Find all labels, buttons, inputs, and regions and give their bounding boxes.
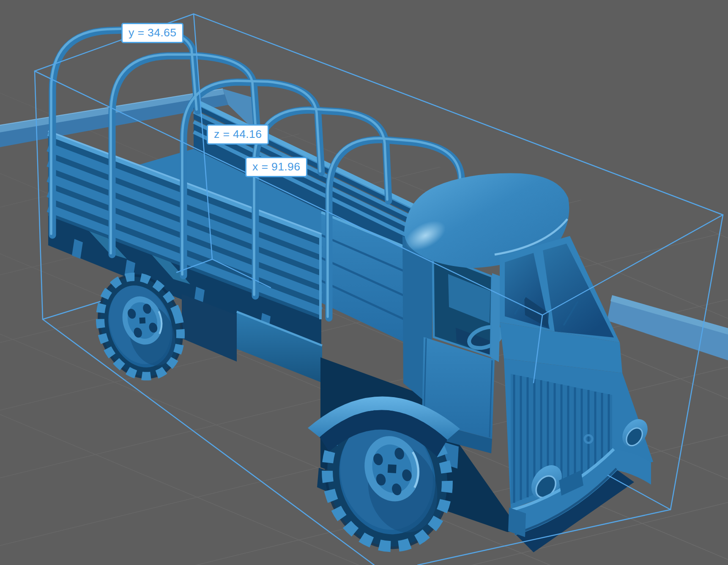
dimension-label-z: z = 44.16 [207, 124, 269, 145]
scene-canvas [0, 0, 728, 565]
dimension-label-x: x = 91.96 [245, 157, 307, 177]
viewport-3d[interactable]: y = 34.65 z = 44.16 x = 91.96 [0, 0, 728, 565]
dimension-label-y: y = 34.65 [121, 23, 183, 43]
